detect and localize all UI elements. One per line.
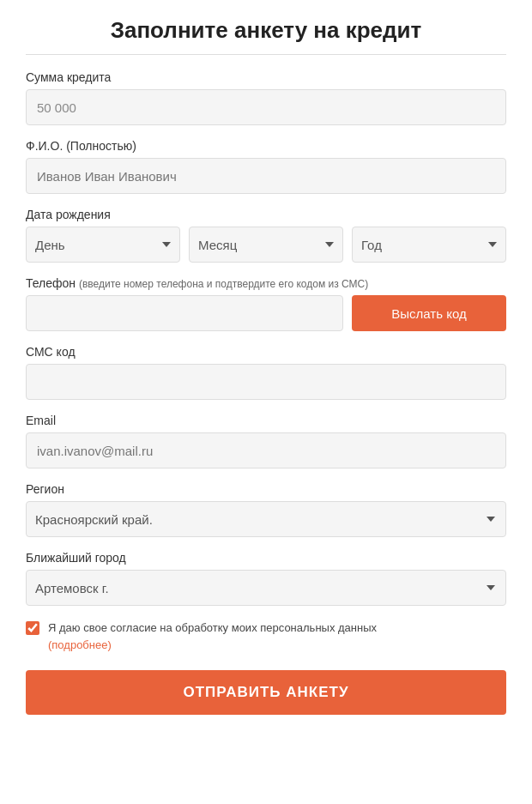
region-group: Регион Красноярский край. Московская обл…: [26, 482, 506, 537]
city-label: Ближайший город: [26, 551, 506, 565]
credit-amount-input[interactable]: [26, 89, 506, 125]
region-select[interactable]: Красноярский край. Московская область Са…: [26, 501, 506, 537]
city-group: Ближайший город Артемовск г. Красноярск …: [26, 551, 506, 606]
phone-row: Выслать код: [26, 295, 506, 331]
fullname-group: Ф.И.О. (Полностью): [26, 139, 506, 194]
email-input[interactable]: [26, 432, 506, 468]
send-code-button[interactable]: Выслать код: [352, 295, 506, 331]
consent-row: Я даю свое согласие на обработку моих пе…: [26, 620, 506, 653]
city-select[interactable]: Артемовск г. Красноярск г. Ачинск г. Кан…: [26, 570, 506, 606]
phone-label: Телефон (введите номер телефона и подтве…: [26, 276, 506, 290]
sms-label: СМС код: [26, 345, 506, 359]
year-select[interactable]: Год 200520042003 200220012000 1999199819…: [352, 227, 506, 263]
email-group: Email: [26, 414, 506, 468]
month-select[interactable]: Месяц ЯнварьФевральМарт АпрельМайИюнь Ию…: [189, 227, 343, 263]
region-label: Регион: [26, 482, 506, 496]
sms-input[interactable]: [26, 364, 506, 400]
phone-label-note: (введите номер телефона и подтвердите ег…: [79, 278, 368, 290]
credit-amount-label: Сумма кредита: [26, 70, 506, 84]
phone-group: Телефон (введите номер телефона и подтве…: [26, 276, 506, 331]
day-select[interactable]: День 123 456 789 101112 131415 161718 19…: [26, 227, 180, 263]
submit-button[interactable]: ОТПРАВИТЬ АНКЕТУ: [26, 670, 506, 715]
page-title: Заполните анкету на кредит: [26, 17, 506, 55]
fullname-label: Ф.И.О. (Полностью): [26, 139, 506, 153]
date-row: День 123 456 789 101112 131415 161718 19…: [26, 227, 506, 263]
fullname-input[interactable]: [26, 158, 506, 194]
consent-text: Я даю свое согласие на обработку моих пе…: [48, 620, 377, 653]
sms-group: СМС код: [26, 345, 506, 400]
consent-checkbox[interactable]: [26, 621, 39, 635]
phone-input[interactable]: [26, 295, 343, 331]
email-label: Email: [26, 414, 506, 427]
form-container: Заполните анкету на кредит Сумма кредита…: [17, 0, 515, 749]
credit-amount-group: Сумма кредита: [26, 70, 506, 125]
birthdate-label: Дата рождения: [26, 208, 506, 221]
consent-link[interactable]: (подробнее): [48, 638, 112, 651]
birthdate-group: Дата рождения День 123 456 789 101112 13…: [26, 208, 506, 263]
